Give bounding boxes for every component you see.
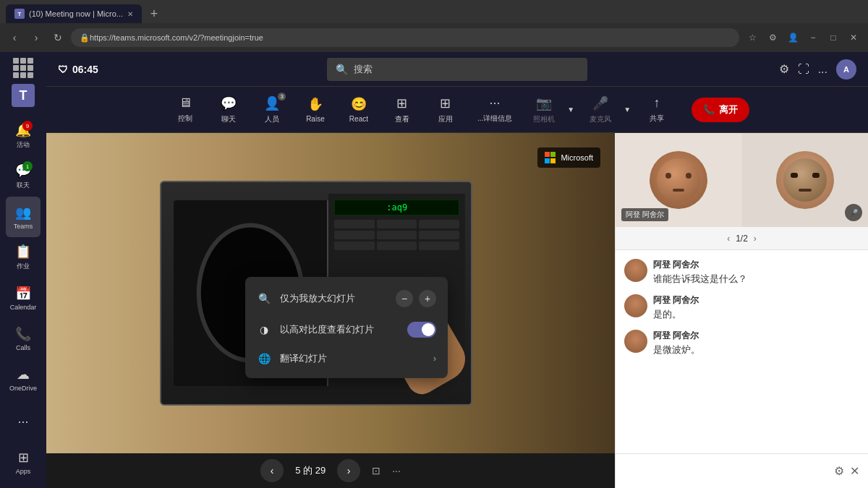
end-call-button[interactable]: 📞 离开 (692, 98, 749, 122)
chat-message-2: 阿登 阿舍尔 是的。 (624, 294, 859, 321)
star-button[interactable]: ☆ (744, 29, 761, 46)
camera-group: 📷 照相机 ▼ (524, 91, 577, 129)
people-label: 人员 (265, 114, 279, 124)
tab-favicon: T (14, 9, 25, 19)
btn (377, 231, 417, 239)
content-area: 🛡 06:45 🔍 搜索 ⚙ ⛶ ... A 🖥 控制 💬 聊天 (46, 52, 868, 488)
chat-text-1: 谁能告诉我这是什么？ (653, 273, 859, 286)
tab-close-button[interactable]: ✕ (127, 10, 133, 18)
sidebar-item-onedrive[interactable]: ☁ OneDrive (6, 359, 41, 399)
zoom-menu-item[interactable]: 🔍 仅为我放大幻灯片 − + (245, 283, 448, 314)
next-slide-button[interactable]: › (337, 459, 360, 482)
translate-icon: 🌐 (257, 353, 271, 364)
ms-red (545, 152, 550, 157)
contrast-menu-item[interactable]: ◑ 以高对比度查看幻灯片 (245, 314, 448, 345)
profile-button[interactable]: 👤 (784, 29, 801, 46)
mic-dropdown[interactable]: ▼ (621, 101, 634, 118)
sidebar-item-apps[interactable]: ⊞ Apps (6, 442, 41, 482)
settings-icon[interactable]: ⚙ (779, 62, 789, 76)
people-button[interactable]: 👤 3 人员 (252, 91, 292, 129)
chat-button[interactable]: 💬 聊天 (208, 91, 249, 129)
app-grid-button[interactable] (13, 58, 33, 78)
back-button[interactable]: ‹ (6, 29, 23, 46)
zoom-text: 仅为我放大幻灯片 (280, 292, 387, 305)
chat-label: 联天 (17, 181, 30, 190)
contrast-icon: ◑ (257, 324, 271, 335)
browser-chrome: T (10) Meeting now | Micro... ✕ + ‹ › ↻ … (0, 0, 868, 52)
view-label: 查看 (395, 114, 409, 124)
extension-button[interactable]: ⚙ (764, 29, 781, 46)
chat-message-1: 阿登 阿舍尔 谁能告诉我这是什么？ (624, 259, 859, 286)
raise-button[interactable]: ✋ Raise (295, 92, 336, 127)
zoom-minus-button[interactable]: − (396, 290, 413, 307)
chat-text-2: 是的。 (653, 308, 859, 321)
grid-dot (20, 72, 26, 78)
new-tab-button[interactable]: + (145, 4, 163, 23)
maximize-button[interactable]: □ (825, 29, 842, 46)
reload-button[interactable]: ↻ (49, 29, 67, 46)
btn (377, 241, 417, 250)
fullscreen-icon[interactable]: ⛶ (798, 63, 809, 76)
shield-icon: 🛡 (58, 64, 68, 75)
grid-dot (13, 65, 19, 71)
slide-view-button[interactable]: ⊡ (372, 465, 380, 476)
video-container: :aq9 (46, 133, 615, 453)
close-button[interactable]: ✕ (845, 29, 862, 46)
url-text: https://teams.microsoft.com/v2/?meetingj… (90, 33, 263, 42)
calls-label: Calls (16, 344, 30, 351)
apps-label: Apps (16, 468, 31, 475)
camera-button[interactable]: 📷 照相机 (524, 91, 564, 129)
page-prev-button[interactable]: ‹ (727, 234, 730, 244)
view-button[interactable]: ⊞ 查看 (382, 91, 422, 129)
chat-bubble-1: 阿登 阿舍尔 谁能告诉我这是什么？ (653, 259, 859, 286)
user-avatar[interactable]: A (836, 59, 856, 80)
camera-dropdown[interactable]: ▼ (564, 101, 577, 118)
control-button[interactable]: 🖥 控制 (165, 91, 205, 128)
react-button[interactable]: 😊 React (339, 92, 379, 127)
translate-menu-item[interactable]: 🌐 翻译幻灯片 › (245, 345, 448, 372)
address-bar[interactable]: 🔒 https://teams.microsoft.com/v2/?meetin… (71, 28, 739, 47)
chat-close-icon[interactable]: ✕ (850, 464, 859, 478)
participant-name-1: 阿登 阿舍尔 (621, 208, 668, 221)
more-button[interactable]: ··· ...详细信息 (469, 91, 521, 128)
forward-button[interactable]: › (27, 29, 45, 46)
sidebar-item-work[interactable]: 📋 作业 (6, 237, 41, 278)
contrast-toggle[interactable] (407, 322, 436, 338)
sidebar-item-calendar[interactable]: 📅 Calendar (6, 278, 41, 318)
more-toolbar-label: ...详细信息 (477, 114, 512, 124)
zoom-plus-button[interactable]: + (419, 290, 436, 307)
video-background: :aq9 (46, 133, 615, 453)
slide-more-button[interactable]: ··· (392, 465, 401, 476)
chat-sender-2: 阿登 阿舍尔 (653, 294, 859, 307)
apps-button[interactable]: ⊞ 应用 (425, 91, 466, 129)
sidebar-item-activity[interactable]: 🔔 9 活动 (6, 116, 41, 156)
react-icon: 😊 (351, 96, 367, 112)
microsoft-badge: Microsoft (537, 147, 600, 168)
context-menu: 🔍 仅为我放大幻灯片 − + ◑ 以高对比度查看幻灯片 (245, 277, 448, 378)
active-tab[interactable]: T (10) Meeting now | Micro... ✕ (6, 4, 142, 23)
app-container: T 🔔 9 活动 💬 1 联天 👥 Teams 📋 作业 (0, 52, 868, 488)
more-options-icon[interactable]: ... (818, 63, 827, 76)
people-count: 3 (278, 93, 285, 100)
search-text: 搜索 (354, 63, 373, 76)
sidebar-item-more[interactable]: ··· (6, 401, 41, 442)
control-icon: 🖥 (179, 95, 192, 111)
chat-settings-icon[interactable]: ⚙ (834, 464, 844, 478)
chat-avatar-3 (624, 330, 647, 353)
chat-sender-3: 阿登 阿舍尔 (653, 330, 859, 342)
page-next-button[interactable]: › (754, 234, 757, 244)
search-box[interactable]: 🔍 搜索 (327, 58, 587, 81)
onedrive-label: OneDrive (9, 385, 37, 392)
share-button[interactable]: ↑ 共享 (637, 91, 677, 128)
calendar-icon: 📅 (15, 286, 31, 301)
prev-slide-button[interactable]: ‹ (260, 459, 284, 482)
mic-button[interactable]: 🎤 麦克风 (580, 91, 621, 129)
raise-icon: ✋ (307, 96, 323, 112)
minimize-button[interactable]: − (804, 29, 822, 46)
sidebar-item-calls[interactable]: 📞 Calls (6, 318, 41, 359)
sidebar-item-chat[interactable]: 💬 1 联天 (6, 156, 41, 197)
chat-message-3: 阿登 阿舍尔 是微波炉。 (624, 330, 859, 356)
lock-icon: 🔒 (80, 33, 90, 43)
more-icon: ··· (17, 414, 28, 429)
sidebar-item-teams[interactable]: 👥 Teams (6, 197, 41, 237)
